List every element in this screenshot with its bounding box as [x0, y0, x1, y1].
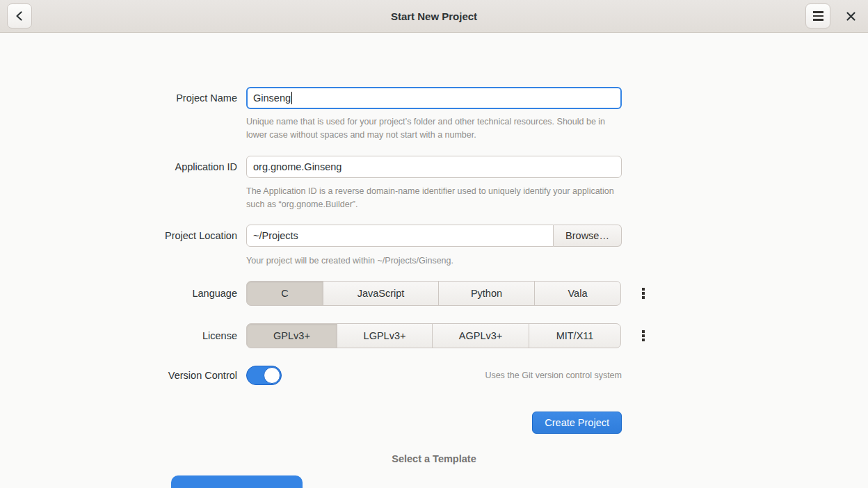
project-name-label: Project Name: [0, 92, 237, 104]
license-row: License GPLv3+ LGPLv3+ AGPLv3+ MIT/X11: [0, 323, 622, 348]
chevron-left-icon: [14, 10, 25, 22]
select-template-heading: Select a Template: [0, 453, 868, 464]
titlebar: Start New Project: [0, 0, 868, 33]
license-option-agplv3[interactable]: AGPLv3+: [432, 323, 529, 348]
project-location-input[interactable]: ~/Projects: [246, 225, 554, 247]
project-location-value: ~/Projects: [253, 230, 298, 241]
browse-button[interactable]: Browse…: [554, 225, 622, 247]
project-location-row: Project Location ~/Projects Browse…: [0, 225, 622, 247]
version-control-label: Version Control: [0, 370, 237, 381]
project-name-help: Unique name that is used for your projec…: [246, 115, 622, 142]
license-label: License: [0, 330, 237, 341]
back-button[interactable]: [7, 3, 32, 29]
language-option-javascript[interactable]: JavaScript: [323, 281, 439, 306]
project-name-input[interactable]: Ginseng: [246, 87, 622, 109]
project-name-row: Project Name Ginseng: [0, 87, 622, 109]
close-button[interactable]: [840, 6, 861, 26]
license-option-gplv3[interactable]: GPLv3+: [246, 323, 337, 348]
new-project-form: Project Name Ginseng Unique name that is…: [0, 87, 622, 434]
license-option-mitx11[interactable]: MIT/X11: [529, 323, 621, 348]
language-row: Language C JavaScript Python Vala: [0, 281, 622, 306]
application-id-help: The Application ID is a reverse domain-n…: [246, 185, 622, 211]
language-option-vala[interactable]: Vala: [534, 281, 621, 306]
project-location-help: Your project will be created within ~/Pr…: [246, 254, 622, 268]
language-option-python[interactable]: Python: [438, 281, 535, 306]
close-icon: [846, 11, 856, 22]
language-segments: C JavaScript Python Vala: [246, 281, 622, 306]
version-control-row: Version Control Uses the Git version con…: [0, 366, 622, 385]
language-more-button[interactable]: [639, 285, 648, 302]
kebab-icon: [642, 330, 645, 341]
kebab-icon: [642, 288, 645, 299]
template-card[interactable]: [171, 475, 303, 488]
application-id-label: Application ID: [0, 161, 237, 172]
language-option-c[interactable]: C: [246, 281, 323, 306]
application-id-input[interactable]: org.gnome.Ginseng: [246, 156, 622, 178]
application-id-value: org.gnome.Ginseng: [253, 161, 341, 172]
license-segments: GPLv3+ LGPLv3+ AGPLv3+ MIT/X11: [246, 323, 622, 348]
window-title: Start New Project: [0, 10, 868, 22]
version-control-description: Uses the Git version control system: [282, 371, 622, 380]
toggle-knob: [264, 367, 280, 384]
project-name-value: Ginseng: [253, 92, 291, 104]
application-id-row: Application ID org.gnome.Ginseng: [0, 156, 622, 178]
license-option-lgplv3[interactable]: LGPLv3+: [337, 323, 433, 348]
version-control-toggle[interactable]: [246, 366, 282, 385]
text-caret: [291, 92, 292, 104]
menu-button[interactable]: [805, 3, 830, 29]
project-location-label: Project Location: [0, 230, 237, 241]
create-project-button[interactable]: Create Project: [532, 412, 622, 434]
hamburger-icon: [813, 11, 823, 21]
language-label: Language: [0, 288, 237, 299]
license-more-button[interactable]: [639, 327, 648, 344]
